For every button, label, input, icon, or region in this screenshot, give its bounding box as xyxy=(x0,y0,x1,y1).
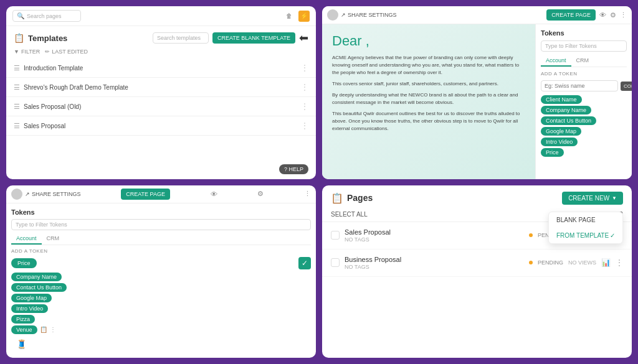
token-chip-intro-video[interactable]: Intro Video xyxy=(541,138,578,146)
token-chip-contact[interactable]: Contact Us Button xyxy=(11,283,67,292)
token-chip-google-map[interactable]: Google Map xyxy=(541,127,581,136)
editor-text: ACME Agency believes that the true power… xyxy=(332,54,525,133)
editor-body: Dear , ACME Agency believes that the tru… xyxy=(322,24,632,179)
page-tags: NO TAGS xyxy=(345,264,401,270)
active-token-row: Price ✓ xyxy=(11,257,311,269)
templates-header: 📋 Templates Search templates CREATE BLAN… xyxy=(6,26,316,47)
avatar xyxy=(327,9,338,21)
page-checkbox[interactable] xyxy=(331,231,340,240)
share-settings-label[interactable]: ↗ SHARE SETTINGS xyxy=(25,191,81,197)
list-item[interactable]: ☰ Introduction Template ⋮ xyxy=(6,58,316,78)
share-settings-label[interactable]: ↗ SHARE SETTINGS xyxy=(341,12,397,18)
page-tags: NO TAGS xyxy=(345,236,391,243)
tokens-panel: Tokens Type to Filter Tokens Account CRM… xyxy=(535,24,632,179)
status-dot xyxy=(529,261,533,264)
template-item-icon: ☰ xyxy=(14,122,20,130)
settings-icon[interactable]: ⚙ xyxy=(257,190,264,198)
template-item-icon: ☰ xyxy=(14,83,20,91)
tokens-title: Tokens xyxy=(541,29,627,37)
trash-icon[interactable]: 🗑 xyxy=(283,11,295,22)
active-token-chip[interactable]: Price xyxy=(11,258,37,268)
token-chip-contact[interactable]: Contact Us Button xyxy=(541,116,596,125)
tab-account[interactable]: Account xyxy=(541,55,571,67)
from-template-option[interactable]: FROM TEMPLATE ✓ xyxy=(549,228,622,243)
token-chip-venue[interactable]: Venue xyxy=(11,325,37,334)
editor-content: Dear , ACME Agency believes that the tru… xyxy=(322,24,535,179)
table-row[interactable]: Business Proposal NO TAGS PENDING NO VIE… xyxy=(322,250,632,277)
token-tabs: Account CRM xyxy=(11,233,311,245)
template-list: ☰ Introduction Template ⋮ ☰ Shrevo's Rou… xyxy=(6,58,316,179)
token-chip-price[interactable]: Price xyxy=(541,148,564,157)
tokens-detail-panel: ↗ SHARE SETTINGS CREATE PAGE 👁 ⚙ ⋮ Token… xyxy=(6,185,316,358)
pages-header: 📋 Pages CREATE NEW ▼ xyxy=(322,185,632,208)
templates-title: 📋 Templates xyxy=(14,33,67,43)
create-blank-template-button[interactable]: CREATE BLANK TEMPLATE xyxy=(212,32,295,44)
help-button[interactable]: ? HELP xyxy=(279,164,308,174)
token-search-input[interactable]: Type to Filter Tokens xyxy=(541,40,627,52)
copies-button[interactable]: COPIES xyxy=(621,82,632,91)
token-chip-company-name[interactable]: Company Name xyxy=(11,273,62,281)
create-dropdown: BLANK PAGE FROM TEMPLATE ✓ xyxy=(548,212,623,244)
token-name-input[interactable] xyxy=(541,80,618,91)
editor-tokens-panel: ↗ SHARE SETTINGS CREATE PAGE 👁 ⚙ ⋮ Dear … xyxy=(322,6,632,179)
token-chip-company-name[interactable]: Company Name xyxy=(541,106,591,114)
list-item[interactable]: ☰ Shrevo's Rough Draft Demo Template ⋮ xyxy=(6,78,316,97)
token-search-input[interactable]: Type to Filter Tokens xyxy=(11,219,311,230)
template-search[interactable]: Search templates xyxy=(153,32,209,44)
accent-icon[interactable]: ⚡ xyxy=(298,11,310,22)
topbar-left: ↗ SHARE SETTINGS xyxy=(327,9,397,21)
template-item-icon: ☰ xyxy=(14,64,20,72)
filter-button[interactable]: ▼ FILTER xyxy=(14,49,40,55)
templates-header-right: Search templates CREATE BLANK TEMPLATE ⬅ xyxy=(153,31,308,45)
select-all-button[interactable]: SELECT ALL xyxy=(331,211,368,218)
more-icon[interactable]: ⋮ xyxy=(301,102,308,111)
status-dot xyxy=(529,233,533,237)
filter-row: ▼ FILTER ✏ LAST EDITED xyxy=(6,47,316,58)
views-count: NO VIEWS xyxy=(568,259,596,266)
logo-icon: 🧵 xyxy=(12,335,30,353)
more-icon[interactable]: ⋮ xyxy=(304,190,311,198)
pages-search[interactable]: 🔍 Search pages xyxy=(12,10,81,22)
copy-icon[interactable]: 📋 xyxy=(40,326,47,333)
bl-tokens-panel: Tokens Type to Filter Tokens Account CRM… xyxy=(6,203,316,339)
delete-icon[interactable]: ⋮ xyxy=(50,326,56,333)
list-item[interactable]: ☰ Sales Proposal (Old) ⋮ xyxy=(6,97,316,116)
filter-icon: ▼ xyxy=(14,49,19,55)
token-chip-client-name[interactable]: Client Name xyxy=(541,95,582,104)
eye-icon[interactable]: 👁 xyxy=(599,11,606,19)
logo-area: 🧵 Onethread xyxy=(12,335,64,353)
bl-topbar: ↗ SHARE SETTINGS CREATE PAGE 👁 ⚙ ⋮ xyxy=(6,185,316,203)
page-name: Sales Proposal xyxy=(345,228,391,236)
share-icon: ↗ xyxy=(25,191,30,197)
token-input-row: COPIES xyxy=(541,80,627,91)
more-icon[interactable]: ⋮ xyxy=(301,63,308,72)
tab-account[interactable]: Account xyxy=(11,233,42,245)
pages-title: 📋 Pages xyxy=(331,192,373,204)
chevron-down-icon: ▼ xyxy=(612,195,617,201)
editor-topbar: ↗ SHARE SETTINGS CREATE PAGE 👁 ⚙ ⋮ xyxy=(322,6,632,24)
tab-crm[interactable]: CRM xyxy=(42,233,65,245)
settings-icon[interactable]: ⚙ xyxy=(610,11,616,19)
token-chip-google-map[interactable]: Google Map xyxy=(11,294,52,302)
more-icon[interactable]: ⋮ xyxy=(301,121,308,130)
status-badge: PENDING xyxy=(538,259,563,266)
tab-crm[interactable]: CRM xyxy=(571,55,594,67)
edit-icon: ✏ xyxy=(45,49,50,55)
create-page-button[interactable]: CREATE PAGE xyxy=(121,189,170,200)
blank-page-option[interactable]: BLANK PAGE xyxy=(549,212,622,228)
create-page-button[interactable]: CREATE PAGE xyxy=(546,9,596,21)
topbar-icons: 🗑 ⚡ xyxy=(283,11,310,22)
page-item-left: Business Proposal NO TAGS xyxy=(331,256,401,270)
more-icon[interactable]: ⋮ xyxy=(616,258,623,267)
pages-emoji: 📋 xyxy=(331,192,343,204)
eye-icon[interactable]: 👁 xyxy=(211,190,217,198)
last-edited-button[interactable]: ✏ LAST EDITED xyxy=(45,49,88,55)
templates-panel: 🔍 Search pages 🗑 ⚡ 📋 Templates Search te… xyxy=(6,6,316,179)
page-checkbox[interactable] xyxy=(331,258,340,267)
token-chip-pizza[interactable]: Pizza xyxy=(11,315,35,324)
list-item[interactable]: ☰ Sales Proposal ⋮ xyxy=(6,116,316,136)
more-icon[interactable]: ⋮ xyxy=(620,11,627,19)
create-new-button[interactable]: CREATE NEW ▼ xyxy=(562,192,623,205)
token-chip-intro-video[interactable]: Intro Video xyxy=(11,304,48,313)
more-icon[interactable]: ⋮ xyxy=(301,83,308,91)
